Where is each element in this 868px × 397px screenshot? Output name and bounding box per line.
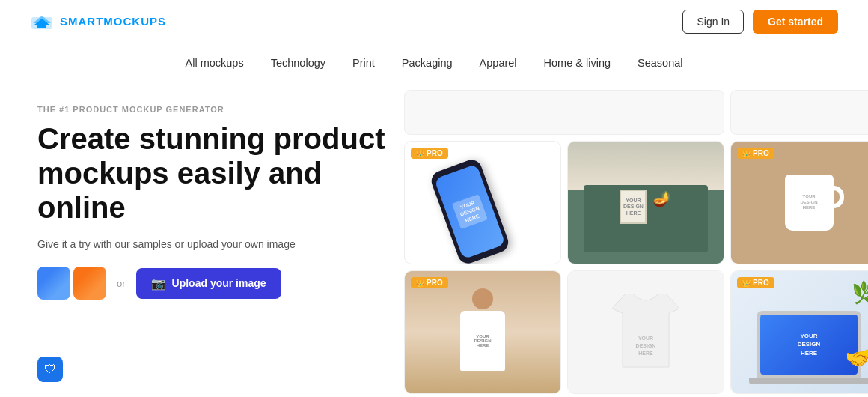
laptop-design-text: YOURDESIGNHERE [798, 332, 821, 357]
placeholder-wide [404, 90, 724, 135]
logo-text: SMARTMOCKUPS [60, 15, 166, 28]
shield-icon: 🛡 [44, 363, 56, 376]
or-label: or [117, 278, 126, 289]
mockup-grid: PRO YOURDESIGNHERE YOURDESIGNHERE 🪔 [389, 82, 868, 397]
nav-item-apparel[interactable]: Apparel [480, 57, 517, 69]
mug-text: YOURDESIGNHERE [800, 194, 817, 211]
mockup-card-mug[interactable]: PRO YOURDESIGNHERE [730, 141, 868, 264]
person-figure: YOURDESIGNHERE [453, 288, 513, 393]
person-bg: YOURDESIGNHERE [405, 271, 560, 393]
getstarted-button[interactable]: Get started [753, 10, 838, 34]
person-head [472, 288, 493, 309]
svg-text:HERE: HERE [638, 351, 653, 356]
mockup-card-phone[interactable]: PRO YOURDESIGNHERE [404, 141, 561, 264]
mockup-card-person-shirt[interactable]: PRO YOURDESIGNHERE [404, 270, 561, 394]
header-actions: Sign In Get started [682, 10, 838, 34]
svg-text:DESIGN: DESIGN [636, 343, 656, 348]
nav-item-home-living[interactable]: Home & living [544, 57, 611, 69]
art-frame: YOURDESIGNHERE [620, 190, 647, 224]
mockup-card-laptop[interactable]: PRO 🌿 YOURDESIGNHERE 🤝 [730, 270, 868, 394]
upload-button-label: Upload your image [172, 277, 266, 289]
pro-badge-label-person: PRO [427, 279, 443, 287]
living-room-bg: YOURDESIGNHERE 🪔 [568, 142, 724, 264]
nav-item-technology[interactable]: Technology [271, 57, 326, 69]
hero-eyebrow: THE #1 PRODUCT MOCKUP GENERATOR [37, 105, 389, 114]
phone-body: YOURDESIGNHERE [429, 157, 511, 264]
phone-mockup: YOURDESIGNHERE [429, 146, 537, 258]
laptop-outer: YOURDESIGNHERE [757, 311, 861, 378]
sideboard: YOURDESIGNHERE 🪔 [584, 185, 708, 252]
plant-icon: 🌿 [852, 279, 868, 305]
logo[interactable]: SMARTMOCKUPS [30, 10, 166, 34]
nav-item-seasonal[interactable]: Seasonal [638, 57, 682, 69]
pro-badge-label-laptop: PRO [753, 279, 769, 287]
tshirt-bg: YOUR DESIGN HERE [568, 271, 724, 393]
security-badge: 🛡 [37, 357, 63, 382]
placeholder-small [730, 90, 868, 135]
sample-thumb-2[interactable] [73, 267, 106, 300]
sample-thumbnails [37, 267, 106, 300]
laptop-bg: 🌿 YOURDESIGNHERE 🤝 [731, 271, 868, 393]
mug-shape: YOURDESIGNHERE [785, 175, 834, 231]
tshirt-wrapper: YOUR DESIGN HERE [612, 294, 679, 372]
nav-item-packaging[interactable]: Packaging [402, 57, 453, 69]
hero-section: THE #1 PRODUCT MOCKUP GENERATOR Create s… [0, 82, 389, 397]
nav-item-all-mockups[interactable]: All mockups [186, 57, 244, 69]
hero-subtitle: Give it a try with our samples or upload… [37, 238, 389, 250]
pro-badge-label: PRO [427, 149, 443, 157]
person-shirt-text: YOURDESIGNHERE [474, 334, 491, 348]
signin-button[interactable]: Sign In [682, 10, 744, 34]
hand-icon: 🤝 [843, 344, 868, 373]
upload-icon: 📷 [151, 276, 166, 291]
nav-item-print[interactable]: Print [352, 57, 375, 69]
cta-row: or 📷 Upload your image [37, 267, 389, 300]
main-nav: All mockups Technology Print Packaging A… [0, 43, 868, 82]
design-placeholder-phone: YOURDESIGNHERE [452, 194, 489, 228]
pro-badge-label-mug: PRO [753, 149, 769, 157]
svg-text:YOUR: YOUR [638, 336, 653, 341]
sample-thumb-1[interactable] [37, 267, 70, 300]
mug-bg: YOURDESIGNHERE [731, 142, 868, 264]
mug-handle [834, 186, 844, 208]
lamp-icon: 🪔 [652, 190, 671, 207]
mockup-card-living-room[interactable]: YOURDESIGNHERE 🪔 [567, 141, 724, 264]
upload-button[interactable]: 📷 Upload your image [136, 268, 281, 299]
pro-badge-phone: PRO [411, 148, 448, 159]
hero-title: Create stunning product mockups easily a… [37, 121, 389, 225]
main-content: THE #1 PRODUCT MOCKUP GENERATOR Create s… [0, 82, 868, 397]
mockup-card-tshirt[interactable]: YOUR DESIGN HERE [567, 270, 724, 394]
laptop-base [749, 378, 868, 384]
phone-screen: YOURDESIGNHERE [434, 163, 505, 259]
logo-icon [30, 10, 54, 34]
header: SMARTMOCKUPS Sign In Get started [0, 0, 868, 43]
pro-badge-mug: PRO [737, 148, 774, 159]
person-body: YOURDESIGNHERE [460, 311, 505, 371]
pro-badge-person: PRO [411, 277, 448, 288]
laptop-screen-inner: YOURDESIGNHERE [760, 315, 858, 375]
svg-rect-3 [37, 25, 46, 28]
pro-badge-laptop: PRO [737, 277, 774, 288]
tshirt-svg: YOUR DESIGN HERE [612, 294, 679, 369]
art-frame-text: YOURDESIGNHERE [623, 198, 644, 216]
